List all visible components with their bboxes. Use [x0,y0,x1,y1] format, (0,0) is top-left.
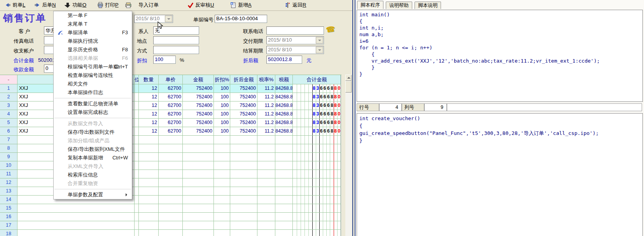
grid-cell-price[interactable] [159,213,183,221]
grid-cell-discount[interactable] [214,213,230,221]
grid-cell-sliver[interactable] [135,119,139,127]
grid-cell-after[interactable] [230,204,257,213]
grid-cell-price[interactable]: 62700 [159,127,183,136]
grid-cell-sliver[interactable] [135,93,139,101]
grid-cell-tax[interactable] [275,178,293,187]
table-row[interactable]: 15 [0,204,341,213]
grid-cell-after[interactable]: 752400 [230,101,257,110]
table-row[interactable]: 12 [0,178,341,187]
grid-cell-price[interactable]: 62700 [159,101,183,110]
grid-cell-sliver[interactable] [135,127,139,136]
grid-cell-discount[interactable]: 100 [214,119,230,127]
phone-field[interactable] [266,26,324,35]
grid-cell-amount[interactable] [183,187,214,196]
grid-cell-after[interactable] [230,230,257,236]
grid-cell-tax[interactable]: 84268.8 [275,101,293,110]
order-date-combo[interactable]: 2015/ 8/10 [134,15,173,23]
unaudit-button[interactable]: 反审核U [186,0,215,10]
grid-cell-sliver[interactable] [135,136,139,144]
grid-cell-tax[interactable]: 84268.8 [275,110,293,119]
grid-cell-taxRate[interactable] [257,170,275,178]
grid-cell-sliver[interactable] [135,221,139,230]
grid-cell-amount[interactable] [183,213,214,221]
grid-cell-after[interactable] [230,213,257,221]
grid-cell-price[interactable] [159,136,183,144]
grid-cell-tax[interactable] [275,187,293,196]
telephone-icon[interactable]: ☎ [326,24,336,34]
grid-cell-taxRate[interactable]: 11.2 [257,127,275,136]
grid-cell-discount[interactable] [214,170,230,178]
grid-cell-tax[interactable] [275,204,293,213]
table-row[interactable]: 5XXJ126270075240010075240011.284268.8836… [0,119,341,127]
grid-cell-num[interactable]: 11 [0,170,18,178]
table-row[interactable]: 3XXJ126270075240010075240011.284268.8836… [0,101,341,110]
grid-cell-after[interactable] [230,144,257,153]
grid-cell-sliver[interactable] [135,161,139,170]
grid-cell-amount[interactable] [183,178,214,187]
table-row[interactable]: 4XXJ126270075240010075240011.284268.8836… [0,110,341,119]
grid-cell-taxRate[interactable] [257,144,275,153]
menu-item[interactable]: 设置单据完成标志 [54,108,132,117]
grid-cell-qty[interactable] [139,136,159,144]
chevron-down-icon[interactable] [316,37,323,44]
grid-cell-amount[interactable]: 752400 [183,119,214,127]
grid-cell-price[interactable] [159,221,183,230]
grid-cell-qty[interactable]: 12 [139,127,159,136]
grid-cell-sliver[interactable] [135,170,139,178]
grid-cell-taxRate[interactable] [257,187,275,196]
grid-cell-taxRate[interactable] [257,213,275,221]
menu-item[interactable]: 保存/导出数据到文件 [54,128,132,136]
grid-cell-num[interactable]: 7 [0,136,18,144]
grid-cell-num[interactable]: 17 [0,221,18,230]
tab-脚本说明[interactable]: 脚本说明 [415,2,441,9]
grid-cell-taxRate[interactable] [257,230,275,236]
grid-cell-after[interactable] [230,136,257,144]
grid-cell-taxRate[interactable]: 11.2 [257,101,275,110]
grid-cell-qty[interactable] [139,144,159,153]
table-row[interactable]: 6XXJ126270075240010075240011.284268.8836… [0,127,341,136]
grid-cell-tax[interactable] [275,144,293,153]
grid-cell-after[interactable] [230,170,257,178]
grid-cell-sliver[interactable] [135,196,139,204]
grid-cell-after[interactable] [230,178,257,187]
grid-cell-taxRate[interactable]: 11.2 [257,110,275,119]
menu-item[interactable]: 检索库位信息 [54,171,132,179]
grid-cell-amount[interactable] [183,144,214,153]
grid-cell-sliver[interactable] [135,204,139,213]
grid-cell-taxRate[interactable]: 11.2 [257,93,275,101]
grid-cell-discount[interactable]: 100 [214,84,230,93]
grid-cell-discount[interactable] [214,136,230,144]
table-row[interactable]: 7 [0,136,341,144]
grid-cell-discount[interactable] [214,178,230,187]
discount-field[interactable]: 100 [153,56,176,64]
grid-cell-tax[interactable] [275,161,293,170]
grid-cell-after[interactable] [230,153,257,161]
grid-cell-taxRate[interactable] [257,153,275,161]
grid-cell-amount[interactable]: 752400 [183,93,214,101]
grid-cell-price[interactable] [159,187,183,196]
grid-cell-price[interactable] [159,230,183,236]
grid-cell-after[interactable]: 752400 [230,127,257,136]
grid-cell-after[interactable]: 752400 [230,119,257,127]
grid-cell-after[interactable]: 752400 [230,110,257,119]
grid-cell-discount[interactable] [214,161,230,170]
grid-cell-qty[interactable]: 12 [139,101,159,110]
grid-cell-amount[interactable]: 752400 [183,101,214,110]
table-row[interactable]: 11 [0,170,341,178]
menu-item[interactable]: 本单据操作日志 [54,88,132,97]
grid-cell-discount[interactable] [214,153,230,161]
menu-item[interactable]: 保存/导出数据到XML文件 [54,145,132,154]
place-field[interactable] [153,36,199,44]
table-row[interactable]: 16 [0,213,341,221]
grid-cell-product[interactable] [18,221,135,230]
grid-cell-price[interactable] [159,204,183,213]
import-order-button[interactable]: 导入订单 [137,0,160,10]
grid-cell-sliver[interactable] [135,101,139,110]
grid-cell-discount[interactable] [214,230,230,236]
grid-scrollbar[interactable] [345,75,352,236]
grid-cell-num[interactable]: 6 [0,127,18,136]
menu-item[interactable]: 复制本单据新增Ctrl+W [54,154,132,162]
grid-cell-sliver[interactable] [135,153,139,161]
grid-cell-amount[interactable] [183,153,214,161]
grid-cell-amount[interactable]: 752400 [183,84,214,93]
